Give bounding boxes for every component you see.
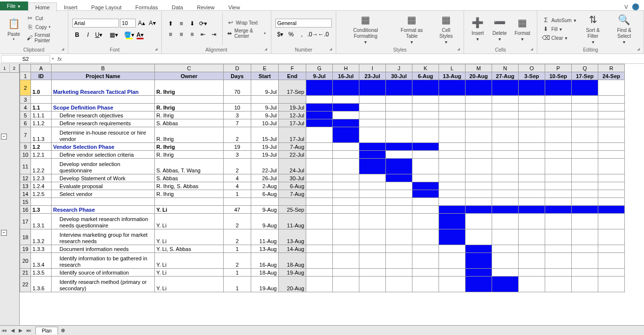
cell[interactable]: Identify information to be gathered in r… bbox=[52, 253, 155, 269]
cell[interactable]: S. Abbas, T. Wang bbox=[155, 159, 224, 174]
cell[interactable]: 17-Jul bbox=[279, 119, 306, 127]
cell[interactable]: 20-Aug bbox=[279, 277, 306, 292]
col-header-O[interactable]: O bbox=[519, 64, 545, 72]
gantt-cell[interactable] bbox=[598, 104, 625, 112]
sheet-tab-plan[interactable]: Plan bbox=[35, 327, 58, 335]
cell[interactable]: Y. Li bbox=[155, 206, 224, 214]
gantt-cell[interactable] bbox=[412, 253, 439, 269]
bold-button[interactable]: B bbox=[72, 30, 82, 40]
gantt-cell[interactable] bbox=[545, 112, 572, 119]
gantt-cell[interactable] bbox=[359, 151, 386, 159]
gantt-cell[interactable] bbox=[333, 182, 359, 190]
gantt-cell[interactable] bbox=[598, 151, 625, 159]
gantt-cell[interactable] bbox=[386, 190, 412, 198]
gantt-cell[interactable] bbox=[519, 206, 545, 214]
cell[interactable]: 25-Sep bbox=[279, 206, 306, 214]
col-header-B[interactable]: B bbox=[52, 64, 155, 72]
gantt-cell[interactable] bbox=[466, 174, 492, 182]
gantt-cell[interactable] bbox=[519, 229, 545, 245]
gantt-cell[interactable] bbox=[519, 119, 545, 127]
cell[interactable]: 1.1.2 bbox=[31, 119, 52, 127]
row-header[interactable]: 10 bbox=[20, 151, 31, 159]
cell[interactable]: 4 bbox=[224, 182, 251, 190]
col-header-A[interactable]: A bbox=[31, 64, 52, 72]
cell[interactable] bbox=[31, 96, 52, 104]
cell[interactable] bbox=[224, 198, 251, 206]
gantt-cell[interactable] bbox=[572, 245, 598, 253]
col-header-K[interactable]: K bbox=[412, 64, 439, 72]
currency-icon[interactable]: $▾ bbox=[275, 29, 285, 39]
percent-icon[interactable]: % bbox=[286, 29, 296, 39]
gantt-cell[interactable] bbox=[359, 119, 386, 127]
gantt-cell[interactable] bbox=[572, 206, 598, 214]
row-header[interactable]: 1 bbox=[20, 72, 31, 80]
header-cell[interactable]: 27-Aug bbox=[492, 72, 519, 80]
copy-button[interactable]: ⎘Copy ▾ bbox=[26, 23, 64, 31]
gantt-cell[interactable] bbox=[598, 253, 625, 269]
gantt-cell[interactable] bbox=[439, 269, 466, 277]
gantt-cell[interactable] bbox=[598, 269, 625, 277]
cell[interactable]: Select vendor bbox=[52, 190, 155, 198]
gantt-cell[interactable] bbox=[545, 277, 572, 292]
gantt-cell[interactable] bbox=[466, 229, 492, 245]
cell[interactable]: 19-Jul bbox=[251, 143, 279, 151]
number-format-select[interactable] bbox=[275, 19, 332, 28]
format-painter-button[interactable]: 🖌Format Painter bbox=[26, 32, 64, 44]
gantt-cell[interactable] bbox=[359, 214, 386, 229]
gantt-cell[interactable] bbox=[519, 159, 545, 174]
gantt-cell[interactable] bbox=[359, 80, 386, 96]
gantt-cell[interactable] bbox=[412, 214, 439, 229]
gantt-cell[interactable] bbox=[492, 143, 519, 151]
gantt-cell[interactable] bbox=[439, 174, 466, 182]
cell[interactable]: 3 bbox=[224, 151, 251, 159]
header-cell[interactable]: 13-Aug bbox=[439, 72, 466, 80]
cell[interactable]: 1.3.3 bbox=[31, 245, 52, 253]
col-header-L[interactable]: L bbox=[439, 64, 466, 72]
gantt-cell[interactable] bbox=[333, 174, 359, 182]
cell[interactable]: 3 bbox=[224, 112, 251, 119]
gantt-cell[interactable] bbox=[412, 143, 439, 151]
spreadsheet-grid[interactable]: ABCDEFGHIJKLMNOPQR1IDProject NameOwnerDa… bbox=[20, 64, 644, 325]
gantt-cell[interactable] bbox=[598, 190, 625, 198]
cell[interactable]: 9-Aug bbox=[251, 214, 279, 229]
gantt-cell[interactable] bbox=[598, 182, 625, 190]
header-cell[interactable]: Owner bbox=[155, 72, 224, 80]
gantt-cell[interactable] bbox=[492, 174, 519, 182]
gantt-cell[interactable] bbox=[412, 104, 439, 112]
gantt-cell[interactable] bbox=[412, 245, 439, 253]
gantt-cell[interactable] bbox=[545, 80, 572, 96]
cell[interactable] bbox=[333, 198, 359, 206]
cell[interactable]: R. Ihrig, S. Abbas bbox=[155, 182, 224, 190]
cell[interactable]: 13-Aug bbox=[251, 245, 279, 253]
gantt-cell[interactable] bbox=[598, 112, 625, 119]
gantt-cell[interactable] bbox=[386, 104, 412, 112]
cell[interactable]: 18-Aug bbox=[279, 253, 306, 269]
header-cell[interactable]: End bbox=[279, 72, 306, 80]
header-cell[interactable]: 20-Aug bbox=[466, 72, 492, 80]
gantt-cell[interactable] bbox=[333, 127, 359, 143]
outline-level-1[interactable]: 1 bbox=[0, 64, 10, 72]
gantt-cell[interactable] bbox=[306, 277, 333, 292]
cell[interactable]: 17-Sep bbox=[279, 80, 306, 96]
cell[interactable]: S. Abbas bbox=[155, 174, 224, 182]
cell[interactable]: 1.2.2 bbox=[31, 159, 52, 174]
gantt-cell[interactable] bbox=[545, 190, 572, 198]
comma-icon[interactable]: , bbox=[297, 29, 307, 39]
italic-button[interactable]: I bbox=[83, 30, 93, 40]
gantt-cell[interactable] bbox=[572, 104, 598, 112]
format-cells-button[interactable]: ▦Format▾ bbox=[512, 12, 533, 46]
cell[interactable] bbox=[412, 198, 439, 206]
cell[interactable]: R. Ihrig bbox=[155, 151, 224, 159]
cell[interactable]: 24-Jul bbox=[279, 159, 306, 174]
font-name-select[interactable] bbox=[72, 19, 119, 28]
cell[interactable]: Vendor Selection Phase bbox=[52, 143, 155, 151]
cell[interactable]: 1.1 bbox=[31, 104, 52, 112]
gantt-cell[interactable] bbox=[359, 245, 386, 253]
header-cell[interactable]: 16-Jul bbox=[333, 72, 359, 80]
cell[interactable]: 2 bbox=[224, 159, 251, 174]
clear-button[interactable]: ⌫Clear ▾ bbox=[541, 34, 577, 42]
cell[interactable] bbox=[386, 96, 412, 104]
cell[interactable]: Identify research method (primary or sec… bbox=[52, 277, 155, 292]
gantt-cell[interactable] bbox=[466, 214, 492, 229]
col-header-P[interactable]: P bbox=[545, 64, 572, 72]
